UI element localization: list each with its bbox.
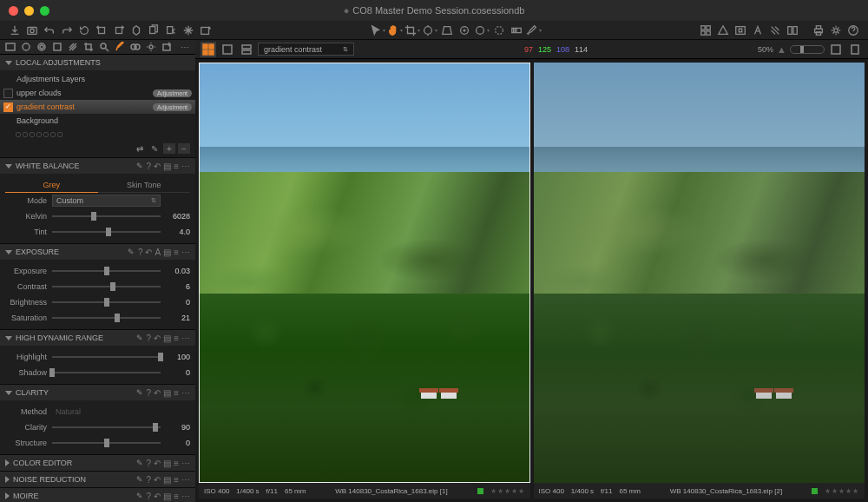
export-icon[interactable] [198,23,214,38]
layer-dropdown[interactable]: gradient contrast⇅ [258,43,354,56]
brush-tool-icon[interactable]: ✎ [148,143,161,154]
paste-adjustments-icon[interactable] [163,23,179,38]
mask-draw-icon[interactable]: ▾ [474,23,490,38]
exposure-warning-icon[interactable] [715,23,731,38]
view-mode-single-icon[interactable] [201,42,216,57]
variant-reset-icon[interactable] [128,23,144,38]
panel-color-editor[interactable]: COLOR EDITOR✎?↶▤≡⋯ [0,455,195,471]
image-footer: ISO 4001/400 sf/1165 mm WB 140830_CostaR… [199,483,530,499]
panel-menu-icon[interactable]: ⋯ [181,162,190,171]
zoom-level[interactable]: 50% [758,45,773,54]
crop-tool-icon[interactable]: ▾ [404,23,420,38]
view-mode-multi-icon[interactable] [220,42,235,57]
before-after-icon[interactable] [785,23,800,38]
lens-tab-icon[interactable] [35,40,48,54]
rotate-tool-icon[interactable]: ▾ [422,23,437,38]
brightness-slider[interactable] [52,296,161,308]
brush-settings-icon[interactable]: ▾ [526,23,542,38]
add-layer-icon[interactable]: + [163,143,175,154]
crop-tab-icon[interactable] [82,40,95,54]
minimize-icon[interactable] [24,6,34,16]
saturation-slider[interactable] [52,312,161,324]
mask-erase-icon[interactable] [491,23,507,38]
clarity-slider[interactable] [52,421,161,433]
panel-header[interactable]: HIGH DYNAMIC RANGE✎ ?↶▤≡⋯ [0,330,195,346]
layer-item[interactable]: gradient contrast Adjustment [0,100,195,114]
layer-item[interactable]: Background [0,114,195,128]
svg-rect-5 [168,26,173,33]
layer-item[interactable]: upper clouds Adjustment [0,86,195,100]
reset-icon[interactable] [76,23,92,38]
preferences-icon[interactable] [828,23,844,38]
shadow-slider[interactable] [52,367,161,379]
zoom-slider[interactable] [790,45,825,54]
redo-icon[interactable] [59,23,75,38]
tab-menu-icon[interactable]: ⋯ [179,40,192,54]
capture-icon[interactable] [24,23,40,38]
keystone-tool-icon[interactable] [439,23,455,38]
fullscreen-icon[interactable] [828,42,844,57]
copy-icon[interactable]: ▤ [163,162,171,171]
auto-adjust-icon[interactable] [181,23,196,38]
picker-icon[interactable]: ? [147,162,152,171]
wb-tab-skintone[interactable]: Skin Tone [98,177,191,193]
capture-tab-icon[interactable] [19,40,32,54]
star-rating[interactable]: ★★★★★ [490,487,525,495]
print-icon[interactable] [811,23,826,38]
close-icon[interactable] [9,6,18,16]
reset-panel-icon[interactable]: ↶ [154,162,161,171]
metadata-tab-icon[interactable] [145,40,158,54]
help-icon[interactable] [845,23,861,38]
kelvin-slider[interactable] [52,210,161,222]
star-rating[interactable]: ★★★★★ [825,487,859,495]
mask-copy-icon[interactable]: ⇄ [134,143,146,154]
layer-item[interactable]: Adjustments Layers [0,72,195,86]
remove-layer-icon[interactable]: − [178,143,190,154]
undo-icon[interactable] [42,23,57,38]
viewer-pane-1[interactable]: ISO 4001/400 sf/1165 mm WB 140830_CostaR… [199,63,530,499]
layer-visibility-checkbox[interactable] [3,89,13,98]
panel-header[interactable]: LOCAL ADJUSTMENTS [0,55,195,70]
focus-mask-icon[interactable] [733,23,748,38]
output-tab-icon[interactable] [161,40,174,54]
panel-header[interactable]: CLARITY✎ ?↶▤≡⋯ [0,385,195,400]
rotate-right-icon[interactable] [111,23,127,38]
panel-header[interactable]: EXPOSURE✎ ?↶A▤≡⋯ [0,244,195,260]
wb-tab-grey[interactable]: Grey [5,177,98,193]
panel-noise-reduction[interactable]: NOISE REDUCTION✎?↶▤≡⋯ [0,472,195,487]
wb-mode-select[interactable]: Custom⇅ [52,195,161,207]
proof-icon[interactable] [767,23,783,38]
library-tab-icon[interactable] [3,40,16,54]
cursor-select-icon[interactable]: ▾ [370,23,385,38]
color-tag-icon[interactable] [477,488,483,494]
preset-icon[interactable]: ≡ [174,162,179,171]
gradient-mask-icon[interactable] [509,23,524,38]
color-tab-icon[interactable] [50,40,63,54]
annotation-icon[interactable] [750,23,766,38]
tint-slider[interactable] [52,226,161,238]
spot-tool-icon[interactable] [457,23,472,38]
highlight-slider[interactable] [52,351,161,363]
adjustments-tab-icon[interactable] [129,40,142,54]
titlebar: ●CO8 Master Demo Session.cosessiondb [0,0,868,21]
rotate-left-icon[interactable] [94,23,109,38]
grid-view-icon[interactable] [698,23,713,38]
exposure-tab-icon[interactable] [66,40,79,54]
view-mode-primary-icon[interactable] [239,42,254,57]
color-tag-icon[interactable] [812,488,818,494]
details-tab-icon[interactable] [97,40,110,54]
copy-adjustments-icon[interactable] [146,23,161,38]
import-icon[interactable] [7,23,23,38]
contrast-slider[interactable] [52,281,161,293]
layer-visibility-checkbox[interactable] [3,102,13,112]
local-adj-tab-icon[interactable] [114,40,127,54]
proof-profile-icon[interactable] [847,42,863,57]
structure-slider[interactable] [52,437,161,449]
exposure-slider[interactable] [52,265,161,277]
panel-header[interactable]: WHITE BALANCE ✎ ?↶▤≡⋯ [0,158,195,174]
viewer-pane-2[interactable]: ISO 4001/400 sf/1165 mm WB 140830_CostaR… [534,63,865,499]
viewer: gradient contrast⇅ 97 125 108 114 50% ▲ [195,40,868,502]
hand-tool-icon[interactable]: ▾ [387,23,403,38]
panel-moire[interactable]: MOIRE✎?↶▤≡⋯ [0,488,195,502]
maximize-icon[interactable] [40,6,49,16]
